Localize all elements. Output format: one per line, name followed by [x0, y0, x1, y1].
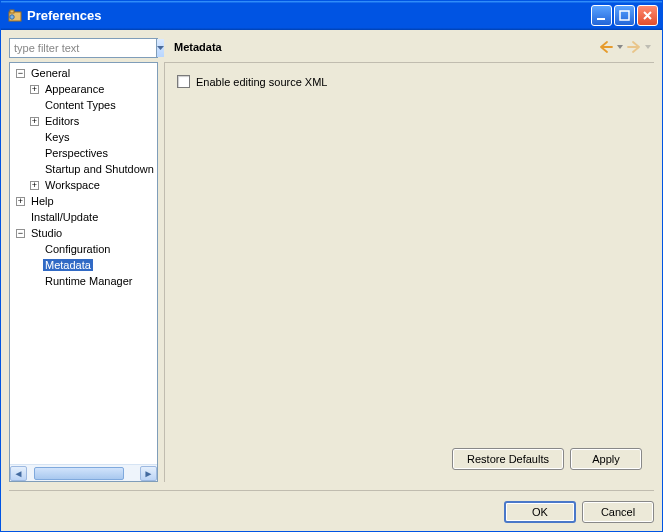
expander-placeholder: [30, 245, 39, 254]
filter-combo[interactable]: [9, 38, 158, 58]
filter-input[interactable]: [10, 39, 156, 57]
expander-placeholder: [30, 277, 39, 286]
tree-item[interactable]: +Appearance: [10, 81, 157, 97]
dialog-button-bar: OK Cancel: [9, 490, 654, 523]
tree-item[interactable]: Install/Update: [10, 209, 157, 225]
scroll-left-button[interactable]: ◄: [10, 466, 27, 481]
forward-button[interactable]: [626, 39, 642, 55]
svg-rect-4: [620, 11, 629, 20]
tree-item-label: Help: [29, 195, 56, 207]
tree-item[interactable]: Runtime Manager: [10, 273, 157, 289]
tree-item[interactable]: −General: [10, 65, 157, 81]
tree-item[interactable]: +Editors: [10, 113, 157, 129]
tree-item-label: Editors: [43, 115, 81, 127]
expander-placeholder: [16, 213, 25, 222]
tree-item-label: Workspace: [43, 179, 102, 191]
tree-item-label: Runtime Manager: [43, 275, 134, 287]
tree-item-label: Content Types: [43, 99, 118, 111]
forward-menu-button[interactable]: [644, 39, 652, 55]
window-title: Preferences: [27, 8, 591, 23]
filter-dropdown-button[interactable]: [156, 39, 164, 57]
collapse-icon[interactable]: −: [16, 69, 25, 78]
left-pane: −General+AppearanceContent Types+Editors…: [9, 38, 164, 482]
scroll-track[interactable]: [27, 466, 140, 481]
tree-item[interactable]: Content Types: [10, 97, 157, 113]
tree-item[interactable]: Keys: [10, 129, 157, 145]
back-button[interactable]: [598, 39, 614, 55]
scroll-right-button[interactable]: ►: [140, 466, 157, 481]
tree-item[interactable]: +Workspace: [10, 177, 157, 193]
tree-item-label: Configuration: [43, 243, 112, 255]
svg-point-2: [10, 14, 14, 18]
scroll-thumb[interactable]: [34, 467, 124, 480]
tree-item-label: General: [29, 67, 72, 79]
tree-item-label: Install/Update: [29, 211, 100, 223]
maximize-button[interactable]: [614, 5, 635, 26]
window-controls: [591, 5, 658, 26]
titlebar[interactable]: Preferences: [1, 1, 662, 30]
right-pane: Metadata: [164, 38, 654, 482]
tree-item[interactable]: Startup and Shutdown: [10, 161, 157, 177]
tree-item[interactable]: Configuration: [10, 241, 157, 257]
ok-button[interactable]: OK: [504, 501, 576, 523]
enable-editing-label: Enable editing source XML: [196, 76, 327, 88]
page-title: Metadata: [174, 41, 596, 53]
tree-container: −General+AppearanceContent Types+Editors…: [9, 62, 158, 482]
tree-item[interactable]: +Help: [10, 193, 157, 209]
page-actions: Restore Defaults Apply: [177, 442, 642, 470]
expander-placeholder: [30, 165, 39, 174]
close-button[interactable]: [637, 5, 658, 26]
expand-icon[interactable]: +: [16, 197, 25, 206]
tree-item-label: Perspectives: [43, 147, 110, 159]
expander-placeholder: [30, 261, 39, 270]
page-body: Enable editing source XML Restore Defaul…: [164, 62, 654, 482]
tree-item-label: Metadata: [43, 259, 93, 271]
tree-item[interactable]: Metadata: [10, 257, 157, 273]
tree-item-label: Startup and Shutdown: [43, 163, 156, 175]
svg-rect-1: [10, 10, 14, 13]
preference-tree[interactable]: −General+AppearanceContent Types+Editors…: [10, 63, 157, 464]
tree-item-label: Studio: [29, 227, 64, 239]
expand-icon[interactable]: +: [30, 85, 39, 94]
tree-item[interactable]: −Studio: [10, 225, 157, 241]
collapse-icon[interactable]: −: [16, 229, 25, 238]
expander-placeholder: [30, 149, 39, 158]
restore-defaults-button[interactable]: Restore Defaults: [452, 448, 564, 470]
expand-icon[interactable]: +: [30, 117, 39, 126]
enable-editing-checkbox[interactable]: [177, 75, 190, 88]
page-header: Metadata: [164, 38, 654, 62]
app-icon: [7, 8, 23, 24]
enable-editing-row: Enable editing source XML: [177, 75, 642, 88]
cancel-button[interactable]: Cancel: [582, 501, 654, 523]
tree-item-label: Keys: [43, 131, 71, 143]
dialog-content: −General+AppearanceContent Types+Editors…: [1, 30, 662, 531]
horizontal-scrollbar[interactable]: ◄ ►: [10, 464, 157, 481]
expander-placeholder: [30, 133, 39, 142]
tree-item[interactable]: Perspectives: [10, 145, 157, 161]
back-menu-button[interactable]: [616, 39, 624, 55]
minimize-button[interactable]: [591, 5, 612, 26]
svg-rect-3: [597, 18, 605, 20]
expander-placeholder: [30, 101, 39, 110]
apply-button[interactable]: Apply: [570, 448, 642, 470]
tree-item-label: Appearance: [43, 83, 106, 95]
preferences-window: Preferences −Genera: [0, 0, 663, 532]
expand-icon[interactable]: +: [30, 181, 39, 190]
